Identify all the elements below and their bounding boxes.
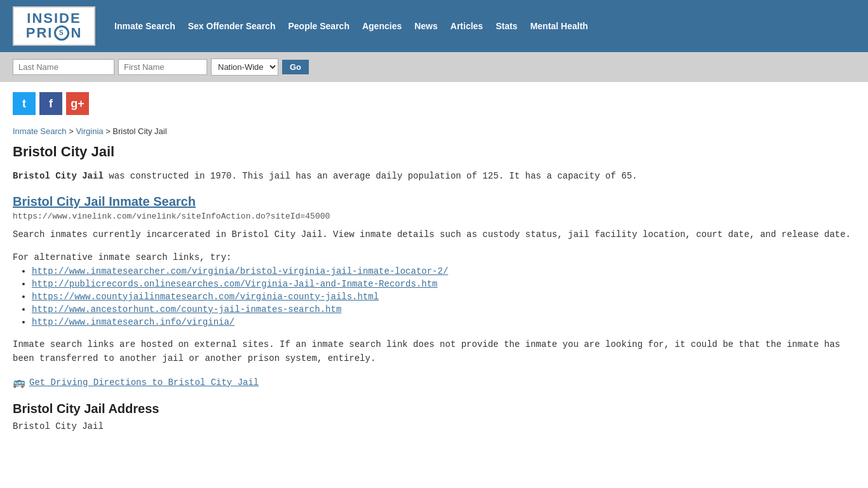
breadcrumb: Inmate Search > Virginia > Bristol City … xyxy=(13,126,855,136)
location-select[interactable]: Nation-Wide Alabama Alaska Arizona Virgi… xyxy=(211,58,278,76)
intro-bold-name: Bristol City Jail xyxy=(13,171,104,181)
address-line1: Bristol City Jail xyxy=(13,421,855,431)
nav-people-search[interactable]: People Search xyxy=(288,21,349,31)
list-item: http://publicrecords.onlinesearches.com/… xyxy=(32,279,855,289)
search-description: Search inmates currently incarcerated in… xyxy=(13,227,855,241)
alt-link-4[interactable]: http://www.ancestorhunt.com/county-jail-… xyxy=(32,304,341,315)
nav-agencies[interactable]: Agencies xyxy=(362,21,402,31)
disclaimer-text: Inmate search links are hosted on extern… xyxy=(13,337,855,366)
vine-url: https://www.vinelink.com/vinelink/siteIn… xyxy=(13,212,855,221)
directions-link[interactable]: Get Driving Directions to Bristol City J… xyxy=(29,377,259,388)
alt-link-5[interactable]: http://www.inmatesearch.info/virginia/ xyxy=(32,317,234,327)
nav-stats[interactable]: Stats xyxy=(496,21,517,31)
site-logo[interactable]: INSIDE PRISN xyxy=(13,6,95,46)
page-title: Bristol City Jail xyxy=(13,144,855,160)
alt-links-list: http://www.inmatesearcher.com/virginia/b… xyxy=(13,266,855,327)
site-header: INSIDE PRISN Inmate Search Sex Offender … xyxy=(0,0,868,52)
intro-paragraph: Bristol City Jail was constructed in 197… xyxy=(13,169,855,183)
logo-circle-o: S xyxy=(54,25,69,41)
breadcrumb-current: Bristol City Jail xyxy=(112,126,166,136)
nav-news[interactable]: News xyxy=(414,21,438,31)
alt-link-1[interactable]: http://www.inmatesearcher.com/virginia/b… xyxy=(32,266,448,276)
last-name-input[interactable] xyxy=(13,59,114,75)
alt-link-2[interactable]: http://publicrecords.onlinesearches.com/… xyxy=(32,279,438,289)
breadcrumb-sep1: > xyxy=(69,126,76,136)
logo-prison-text: PRISN xyxy=(20,25,88,41)
alt-link-3[interactable]: https://www.countyjailinmatesearch.com/v… xyxy=(32,292,379,302)
list-item: http://www.inmatesearch.info/virginia/ xyxy=(32,317,855,327)
nav-inmate-search[interactable]: Inmate Search xyxy=(114,21,175,31)
inmate-search-heading: Bristol City Jail Inmate Search xyxy=(13,194,855,209)
nav-mental-health[interactable]: Mental Health xyxy=(530,21,588,31)
social-icons: t f g+ xyxy=(13,92,855,115)
nav-sex-offender-search[interactable]: Sex Offender Search xyxy=(188,21,276,31)
car-icon: 🚌 xyxy=(13,376,25,389)
facebook-icon[interactable]: f xyxy=(39,92,62,115)
list-item: https://www.countyjailinmatesearch.com/v… xyxy=(32,292,855,302)
directions-section: 🚌 Get Driving Directions to Bristol City… xyxy=(13,376,855,389)
twitter-icon[interactable]: t xyxy=(13,92,36,115)
breadcrumb-virginia[interactable]: Virginia xyxy=(76,126,103,136)
googleplus-icon[interactable]: g+ xyxy=(66,92,89,115)
go-button[interactable]: Go xyxy=(282,60,309,74)
breadcrumb-inmate-search[interactable]: Inmate Search xyxy=(13,126,67,136)
intro-text: was constructed in 1970. This jail has a… xyxy=(104,171,637,181)
breadcrumb-sep2: > xyxy=(105,126,112,136)
address-heading: Bristol City Jail Address xyxy=(13,402,855,416)
main-content: t f g+ Inmate Search > Virginia > Bristo… xyxy=(0,82,868,442)
alt-links-intro: For alternative inmate search links, try… xyxy=(13,252,855,262)
main-nav: Inmate Search Sex Offender Search People… xyxy=(114,21,588,31)
search-bar: Nation-Wide Alabama Alaska Arizona Virgi… xyxy=(0,52,868,82)
list-item: http://www.inmatesearcher.com/virginia/b… xyxy=(32,266,855,276)
inmate-search-link[interactable]: Bristol City Jail Inmate Search xyxy=(13,194,196,208)
first-name-input[interactable] xyxy=(118,59,207,75)
nav-articles[interactable]: Articles xyxy=(451,21,483,31)
logo-inside-text: INSIDE xyxy=(20,11,88,25)
list-item: http://www.ancestorhunt.com/county-jail-… xyxy=(32,304,855,315)
